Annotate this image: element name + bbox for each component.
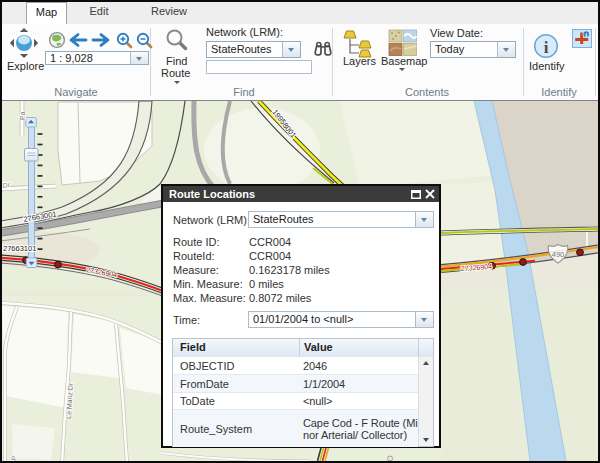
svg-text:27663101: 27663101 xyxy=(3,244,36,253)
svg-text:490: 490 xyxy=(552,250,565,259)
svg-text:i: i xyxy=(544,38,549,57)
svg-text:i: i xyxy=(585,31,587,38)
svg-text:Pa: Pa xyxy=(19,111,26,120)
